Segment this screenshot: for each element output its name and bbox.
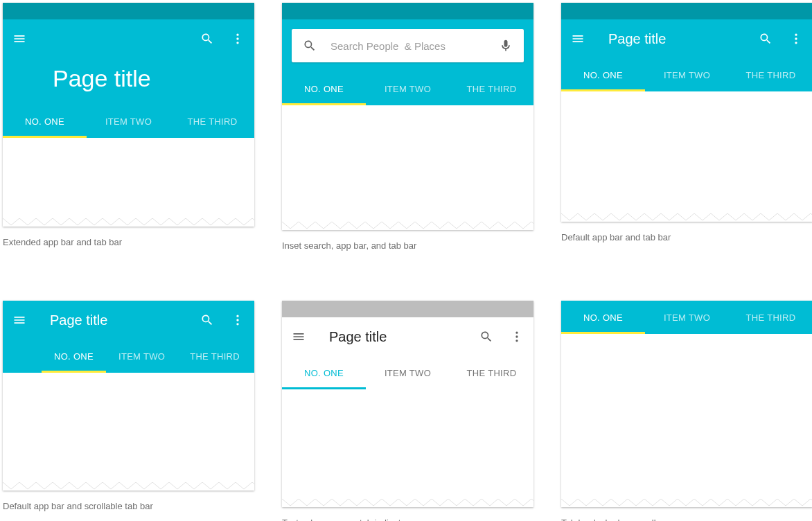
svg-rect-1	[282, 222, 533, 230]
more-icon[interactable]	[229, 312, 246, 328]
torn-edge	[3, 218, 254, 227]
tab-two[interactable]: ITEM TWO	[366, 72, 450, 105]
page-title: Page title	[329, 329, 467, 345]
card-locked-tabbar: NO. ONE ITEM TWO THE THIRD	[561, 301, 812, 507]
search-box[interactable]	[292, 29, 524, 62]
svg-rect-3	[3, 482, 254, 491]
card-extended-appbar: Page title NO. ONE ITEM TWO THE THIRD	[3, 3, 254, 227]
status-bar	[282, 301, 533, 317]
tab-three[interactable]: THE THIRD	[450, 72, 533, 105]
content-area	[3, 138, 254, 218]
svg-rect-5	[561, 499, 812, 507]
torn-edge	[282, 222, 533, 230]
app-bar: Page title NO. ONE ITEM TWO THE THIRD	[282, 317, 533, 389]
tab-bar: NO. ONE ITEM TWO THE THIRD	[561, 58, 812, 91]
tab-three[interactable]: THE THIRD	[729, 301, 812, 334]
card-scrollable-tabs: Page title NO. ONE ITEM TWO THE THIRD	[3, 301, 254, 491]
tab-one[interactable]: NO. ONE	[42, 339, 106, 373]
tab-two[interactable]: ITEM TWO	[645, 58, 729, 91]
status-bar	[282, 3, 533, 19]
page-title: Page title	[50, 312, 188, 328]
mic-icon[interactable]	[497, 37, 514, 54]
app-bar: Page title NO. ONE ITEM TWO THE THIRD	[561, 19, 812, 91]
search-icon[interactable]	[199, 312, 215, 328]
tab-three[interactable]: THE THIRD	[450, 356, 533, 389]
tab-bar: NO. ONE ITEM TWO THE THIRD	[282, 356, 533, 389]
tab-one[interactable]: NO. ONE	[3, 105, 87, 138]
tab-two[interactable]: ITEM TWO	[366, 356, 450, 389]
search-icon[interactable]	[757, 30, 774, 47]
card-default-appbar: Page title NO. ONE ITEM TWO THE THIRD	[561, 3, 812, 222]
caption: Text color same as tab indicator	[282, 517, 533, 521]
tab-bar-scrollable[interactable]: NO. ONE ITEM TWO THE THIRD	[3, 339, 254, 373]
caption: Tab bar locked on scroll	[561, 517, 812, 521]
more-icon[interactable]	[788, 30, 804, 47]
content-area	[561, 91, 812, 213]
card-inset-search: NO. ONE ITEM TWO THE THIRD	[282, 3, 533, 230]
page-title: Page title	[3, 58, 254, 105]
search-icon[interactable]	[199, 30, 215, 47]
tab-three[interactable]: THE THIRD	[729, 58, 812, 91]
content-area	[282, 389, 533, 499]
tab-two[interactable]: ITEM TWO	[645, 301, 729, 334]
svg-rect-2	[561, 213, 812, 222]
tab-three[interactable]: THE THIRD	[177, 339, 252, 373]
card-text-indicator: Page title NO. ONE ITEM TWO THE THIRD	[282, 301, 533, 507]
app-bar: NO. ONE ITEM TWO THE THIRD	[561, 301, 812, 334]
tab-two[interactable]: ITEM TWO	[87, 105, 170, 138]
content-area	[561, 334, 812, 499]
app-bar: Page title NO. ONE ITEM TWO THE THIRD	[3, 301, 254, 373]
page-title: Page title	[608, 31, 746, 47]
app-bar: Page title NO. ONE ITEM TWO THE THIRD	[3, 19, 254, 138]
menu-icon[interactable]	[570, 30, 586, 47]
tab-two[interactable]: ITEM TWO	[106, 339, 177, 373]
tab-one[interactable]: NO. ONE	[561, 58, 645, 91]
tab-one[interactable]: NO. ONE	[282, 72, 366, 105]
svg-rect-4	[282, 499, 533, 507]
torn-edge	[282, 499, 533, 507]
menu-icon[interactable]	[11, 30, 28, 47]
tab-bar: NO. ONE ITEM TWO THE THIRD	[3, 105, 254, 138]
search-icon	[301, 37, 318, 54]
caption: Inset search, app bar, and tab bar	[282, 240, 533, 252]
tab-bar: NO. ONE ITEM TWO THE THIRD	[282, 72, 533, 105]
tab-bar: NO. ONE ITEM TWO THE THIRD	[561, 301, 812, 334]
content-area	[3, 373, 254, 482]
menu-icon[interactable]	[11, 312, 28, 328]
tab-one[interactable]: NO. ONE	[282, 356, 366, 389]
search-input[interactable]	[330, 40, 485, 52]
tab-one[interactable]: NO. ONE	[561, 301, 645, 334]
torn-edge	[561, 213, 812, 222]
search-icon[interactable]	[478, 328, 495, 345]
torn-edge	[3, 482, 254, 491]
menu-icon[interactable]	[290, 328, 307, 345]
caption: Default app bar and tab bar	[561, 231, 812, 244]
app-bar: NO. ONE ITEM TWO THE THIRD	[282, 19, 533, 105]
status-bar	[3, 3, 254, 19]
torn-edge	[561, 499, 812, 507]
tab-three[interactable]: THE THIRD	[170, 105, 254, 138]
status-bar	[561, 3, 812, 19]
svg-rect-0	[3, 218, 254, 227]
caption: Default app bar and scrollable tab bar	[3, 500, 254, 513]
content-area	[282, 105, 533, 222]
more-icon[interactable]	[509, 328, 525, 345]
more-icon[interactable]	[229, 30, 246, 47]
caption: Extended app bar and tab bar	[3, 236, 254, 249]
